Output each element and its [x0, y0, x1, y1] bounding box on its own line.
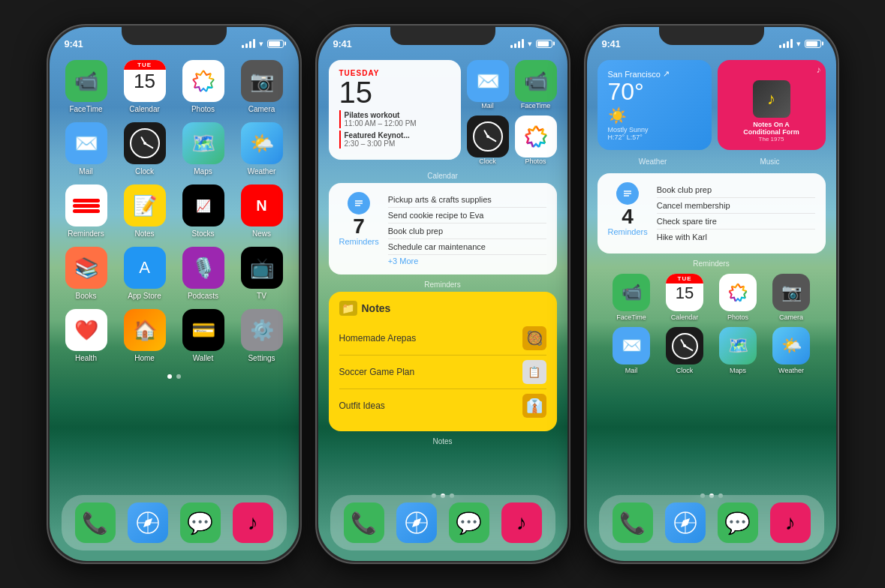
small-app-facetime[interactable]: 📹 FaceTime [515, 60, 557, 110]
dock-phone-2[interactable]: 📞 [344, 502, 384, 543]
music-album-art: ♪ [753, 80, 790, 118]
app-icon-calendar[interactable]: TUE 15 Calendar [120, 60, 170, 113]
page-dots-1 [50, 374, 299, 379]
dock-phone[interactable]: 📞 [75, 502, 116, 543]
rem-items-2: Pickup arts & crafts supplies Send cooki… [388, 192, 546, 266]
app-icon-home[interactable]: 🏠 Home [120, 309, 170, 362]
app-sm-calendar[interactable]: TUE 15 Calendar [661, 274, 709, 321]
small-app-photos[interactable]: Photos [515, 116, 557, 165]
cal-event-1: Pilates workout 11:00 AM – 12:00 PM [339, 110, 450, 128]
app-icon-weather[interactable]: 🌤️ Weather [237, 122, 287, 176]
app-sm-weather[interactable]: 🌤️ Weather [768, 327, 815, 374]
top-row-2: TUESDAY 15 Pilates workout 11:00 AM – 12… [329, 60, 557, 166]
reminders-widget-label: Reminders [329, 280, 557, 289]
wifi-icon-1: ▾ [259, 39, 263, 49]
app-sm-mail[interactable]: ✉️ Mail [608, 327, 655, 374]
app-sm-clock[interactable]: Clock [661, 327, 709, 374]
app-icon-podcasts[interactable]: 🎙️ Podcasts [179, 247, 228, 300]
app-icon-stocks[interactable]: 📈 Stocks [179, 184, 228, 238]
app-sm-facetime[interactable]: 📹 FaceTime [608, 274, 655, 321]
dock-music[interactable]: ♪ [233, 502, 273, 543]
screen-1: 9:41 ▾ 📹 FaceTime [50, 27, 299, 561]
app-icon-books[interactable]: 📚 Books [62, 247, 111, 300]
rem-count-2: 7 [353, 216, 365, 237]
app-sm-camera[interactable]: 📷 Camera [768, 274, 815, 321]
phone-3: 9:41 ▾ San Franc [584, 24, 839, 564]
rem-item-1: Pickup arts & crafts supplies [388, 192, 546, 208]
app-icon-health[interactable]: ❤️ Health [62, 309, 111, 362]
calendar-widget-label: Calendar [329, 172, 557, 180]
weather-widget-3[interactable]: San Francisco ↗ 70° ☀️ Mostly Sunny H:72… [598, 60, 712, 150]
music-widget-3[interactable]: ♪ ♪ Notes On AConditional Form The 1975 [718, 60, 826, 150]
notch-3 [659, 26, 764, 45]
weather-widget-label: Weather [598, 158, 709, 166]
rem-item-3-2: Cancel membership [657, 198, 815, 214]
widget-container-3: San Francisco ↗ 70° ☀️ Mostly Sunny H:72… [587, 54, 836, 383]
dock-1: 📞 💬 ♪ [62, 495, 287, 550]
dock-safari-3[interactable] [665, 502, 706, 543]
notes-title: Notes [362, 302, 391, 314]
dock-2: 📞 💬 ♪ [330, 495, 555, 550]
notes-widget-2[interactable]: 📁 Notes Homemade Arepas 🥘 Soccer Game Pl… [329, 292, 557, 431]
top-widgets-3: San Francisco ↗ 70° ☀️ Mostly Sunny H:72… [598, 60, 826, 150]
reminders-widget-2[interactable]: 7 Reminders Pickup arts & crafts supplie… [329, 183, 557, 274]
battery-icon-1 [267, 40, 284, 48]
dock-messages-2[interactable]: 💬 [449, 502, 489, 543]
app-grid-3: 📹 FaceTime TUE 15 Calendar [598, 271, 826, 377]
dock-messages-3[interactable]: 💬 [718, 502, 758, 543]
app-icon-tv[interactable]: 📺 TV [237, 247, 287, 300]
screen-3: 9:41 ▾ San Franc [587, 27, 836, 561]
rem-item-3-1: Book club prep [657, 182, 815, 198]
calendar-widget-2[interactable]: TUESDAY 15 Pilates workout 11:00 AM – 12… [329, 60, 461, 160]
rem-item-2: Send cookie recipe to Eva [388, 208, 546, 224]
notes-item-3[interactable]: Outfit Ideas 👔 [339, 389, 546, 422]
rem-count-3: 4 [622, 206, 634, 227]
app-sm-maps[interactable]: 🗺️ Maps [715, 327, 762, 374]
notch-2 [390, 26, 495, 45]
dock-music-2[interactable]: ♪ [501, 502, 542, 543]
status-icons-1: ▾ [242, 39, 284, 49]
small-app-mail[interactable]: ✉️ Mail [467, 60, 509, 110]
app-icon-reminders[interactable]: Reminders [62, 184, 111, 238]
small-apps-2: ✉️ Mail 📹 FaceTime [467, 60, 557, 166]
app-icon-notes[interactable]: 📝 Notes [120, 184, 170, 238]
battery-3 [805, 40, 821, 48]
rem-item-3-3: Check spare tire [657, 214, 815, 230]
status-time-2: 9:41 [333, 38, 352, 50]
dock-phone-3[interactable]: 📞 [613, 502, 653, 543]
weather-temp: 70° [608, 79, 701, 105]
notes-widget-label: Notes [329, 437, 557, 446]
music-icon: ♪ [817, 64, 821, 75]
notes-item-1[interactable]: Homemade Arepas 🥘 [339, 322, 546, 356]
rem-label-2: Reminders [339, 237, 379, 246]
reminders-widget-3[interactable]: 4 Reminders Book club prep Cancel member… [598, 173, 826, 254]
app-icon-facetime[interactable]: 📹 FaceTime [62, 60, 111, 113]
dock-safari[interactable] [128, 502, 168, 543]
notes-item-2[interactable]: Soccer Game Plan 📋 [339, 356, 546, 389]
dock-music-3[interactable]: ♪ [770, 502, 811, 543]
app-icon-appstore[interactable]: A App Store [120, 247, 170, 300]
rem-item-4: Schedule car maintenance [388, 239, 546, 255]
app-sm-photos[interactable]: Photos [715, 274, 762, 321]
rem-item-3: Book club prep [388, 224, 546, 239]
battery-2 [536, 40, 552, 48]
app-icon-maps[interactable]: 🗺️ Maps [179, 122, 228, 176]
app-icon-settings[interactable]: ⚙️ Settings [237, 309, 287, 362]
widget-container-2: TUESDAY 15 Pilates workout 11:00 AM – 12… [318, 54, 567, 454]
app-icon-wallet[interactable]: 💳 Wallet [179, 309, 228, 362]
screen-2: 9:41 ▾ TUESDAY 15 [318, 27, 567, 561]
small-app-clock[interactable]: Clock [467, 116, 509, 165]
rem-items-3: Book club prep Cancel membership Check s… [657, 182, 815, 244]
app-icon-news[interactable]: N News [237, 184, 287, 238]
weather-city: San Francisco [608, 70, 661, 79]
cal-event-2: Featured Keynot... 2:30 – 3:00 PM [339, 130, 450, 148]
app-icon-mail[interactable]: ✉️ Mail [62, 122, 111, 176]
app-icon-clock[interactable]: Clock [120, 122, 170, 176]
phone-1: 9:41 ▾ 📹 FaceTime [47, 24, 302, 564]
app-icon-photos[interactable]: Photos [179, 60, 228, 113]
dock-safari-2[interactable] [396, 502, 437, 543]
signal-icon-1 [242, 39, 255, 48]
cal-date: 15 [339, 77, 450, 107]
app-icon-camera[interactable]: 📷 Camera [237, 60, 287, 113]
dock-messages[interactable]: 💬 [180, 502, 221, 543]
